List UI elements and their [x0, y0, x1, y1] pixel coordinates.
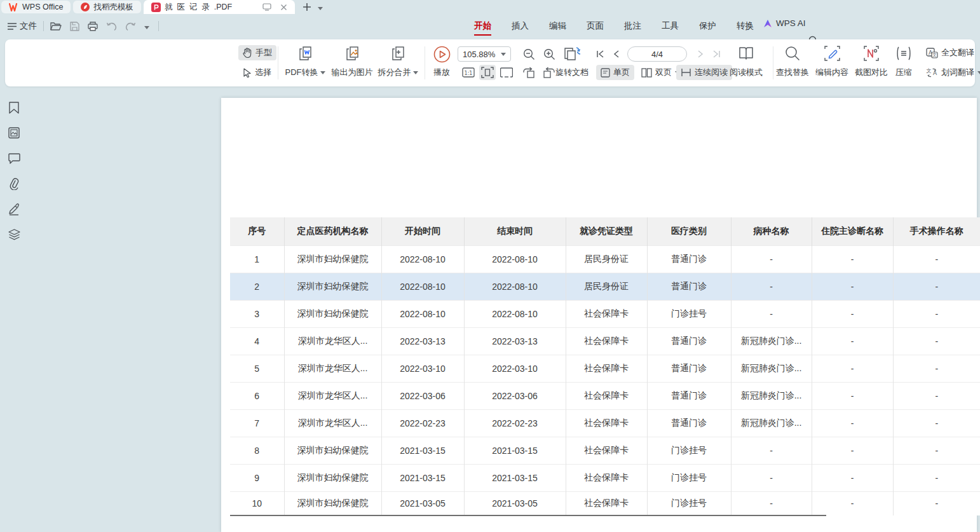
quick-access-toolbar — [50, 22, 149, 31]
fit-page-button[interactable] — [498, 65, 515, 80]
last-page-button[interactable] — [709, 48, 723, 60]
new-tab-icon[interactable] — [303, 3, 311, 11]
quick-access-chevron-icon[interactable] — [144, 22, 149, 31]
table-cell: 居民身份证 — [566, 273, 647, 300]
word-translate-button[interactable]: 文A 划词翻译 — [922, 65, 980, 80]
table-cell: - — [812, 437, 893, 464]
fit-width-button[interactable] — [479, 65, 496, 80]
menu-tab-页面[interactable]: 页面 — [576, 18, 614, 34]
pdf-convert-button[interactable]: PDF转换 — [283, 44, 327, 82]
table-cell: 深圳市妇幼保健院 — [284, 437, 381, 464]
previous-page-button[interactable] — [609, 48, 623, 60]
table-cell: - — [731, 464, 812, 491]
double-page-icon — [641, 68, 652, 78]
undo-icon[interactable] — [106, 22, 117, 31]
find-replace-button[interactable]: 查找替换 — [774, 44, 811, 82]
table-cell: 社会保障卡 — [566, 464, 647, 491]
tab-label: WPS Office — [22, 3, 63, 11]
close-tab-icon[interactable] — [280, 4, 287, 11]
table-cell: 2021-03-15 — [464, 437, 566, 464]
rotate-left-button[interactable] — [521, 65, 537, 80]
zoom-out-button[interactable] — [521, 46, 537, 62]
attachment-icon[interactable] — [7, 177, 21, 191]
table-cell: 社会保障卡 — [566, 491, 647, 515]
single-page-icon — [601, 68, 610, 78]
table-cell: - — [812, 409, 893, 437]
window-tab-bar: WPS Office 找稻壳模板 就 医 记 录 .PDF — [0, 0, 980, 14]
table-header-cell: 开始时间 — [381, 217, 464, 245]
divider — [158, 21, 159, 31]
split-merge-icon — [390, 46, 406, 62]
table-cell: 2022-08-10 — [464, 300, 566, 327]
menu-tab-编辑[interactable]: 编辑 — [539, 18, 576, 34]
table-cell: 7 — [230, 409, 284, 437]
tab-medical-record-pdf[interactable]: 就 医 记 录 .PDF — [144, 0, 295, 14]
table-cell: 3 — [230, 300, 284, 327]
table-cell: 2022-08-10 — [381, 245, 464, 273]
comment-icon[interactable] — [7, 151, 21, 165]
wps-pdf-window: { "window": { "tabs": [ { "label": "WPS … — [0, 0, 980, 532]
menu-tab-批注[interactable]: 批注 — [614, 18, 651, 34]
menu-tab-保护[interactable]: 保护 — [689, 18, 726, 34]
menu-tab-工具[interactable]: 工具 — [651, 18, 689, 34]
table-cell: 门诊挂号 — [647, 300, 731, 327]
screenshot-compare-button[interactable]: 截图对比 — [853, 44, 890, 82]
table-cell: 门诊挂号 — [647, 464, 731, 491]
redo-icon[interactable] — [125, 22, 136, 31]
tab-bar-buttons — [303, 0, 323, 14]
thumbnail-icon[interactable] — [7, 126, 21, 140]
single-page-button[interactable]: 单页 — [596, 65, 634, 80]
word-translate-label: 划词翻译 — [941, 67, 974, 78]
split-merge-button[interactable]: 拆分合并 — [376, 44, 419, 82]
table-row: 9深圳市妇幼保健院2021-03-152021-03-15社会保障卡门诊挂号--… — [230, 464, 980, 491]
save-icon[interactable] — [70, 22, 79, 31]
tab-wps-office[interactable]: WPS Office — [1, 1, 71, 13]
compress-button[interactable]: 压缩 — [891, 44, 916, 82]
annotate-pen-icon[interactable] — [7, 202, 21, 216]
table-cell: 深圳市妇幼保健院 — [284, 245, 381, 273]
pdf-page: 序号定点医药机构名称开始时间结束时间就诊凭证类型医疗类别病种名称住院主诊断名称手… — [221, 98, 977, 532]
full-text-translate-button[interactable]: A文 全文翻译 — [922, 45, 979, 60]
table-row: 1深圳市妇幼保健院2022-08-102022-08-10居民身份证普通门诊--… — [230, 245, 980, 273]
hand-tool-button[interactable]: 手型 — [238, 45, 276, 60]
menu-tab-开始[interactable]: 开始 — [464, 18, 501, 34]
wps-ai-button[interactable]: WPS AI — [756, 18, 812, 28]
open-file-icon[interactable] — [50, 22, 62, 31]
divider — [43, 21, 44, 31]
table-cell: 2022-03-13 — [464, 327, 566, 355]
export-image-button[interactable]: 输出为图片 — [329, 44, 375, 82]
file-menu-button[interactable]: 文件 — [8, 20, 37, 32]
zoom-level-select[interactable]: 105.88% — [458, 46, 511, 62]
continuous-reading-button[interactable]: 连续阅读 — [676, 65, 732, 80]
page-number-input[interactable] — [627, 46, 687, 62]
rotate-document-button[interactable]: 旋转文档 — [549, 44, 595, 82]
edit-content-button[interactable]: 编辑内容 — [813, 44, 850, 82]
tab-docer-templates[interactable]: 找稻壳模板 — [73, 1, 141, 13]
table-cell: 社会保障卡 — [566, 437, 647, 464]
table-cell: - — [893, 327, 980, 355]
select-tool-button[interactable]: 选择 — [238, 65, 276, 80]
read-mode-button[interactable]: 阅读模式 — [726, 44, 766, 82]
next-page-button[interactable] — [693, 48, 707, 60]
chevron-down-icon — [977, 71, 980, 74]
full-translate-icon: A文 — [926, 48, 938, 58]
play-slideshow-button[interactable]: 播放 — [427, 44, 456, 82]
menu-bar: 文件 开始插入编辑页面批注工具保护转换 WPS AI — [0, 14, 980, 38]
divider — [278, 46, 278, 79]
layers-icon[interactable] — [7, 228, 21, 242]
actual-size-button[interactable]: 1:1 — [460, 65, 477, 80]
table-cell: 深圳市龙华区人... — [284, 355, 381, 382]
tab-list-chevron-icon[interactable] — [318, 3, 323, 12]
table-cell: 9 — [230, 464, 284, 491]
first-page-button[interactable] — [593, 48, 607, 60]
svg-text:文: 文 — [927, 68, 932, 74]
print-icon[interactable] — [88, 22, 98, 31]
compress-label: 压缩 — [895, 67, 912, 78]
rotate-document-label: 旋转文档 — [555, 67, 589, 78]
menu-tab-插入[interactable]: 插入 — [501, 18, 539, 34]
separate-window-icon[interactable] — [262, 3, 271, 11]
table-cell: 2022-02-23 — [381, 409, 464, 437]
bookmark-icon[interactable] — [7, 100, 21, 114]
chevron-down-icon — [413, 71, 418, 74]
edit-pencil-icon — [824, 46, 840, 61]
